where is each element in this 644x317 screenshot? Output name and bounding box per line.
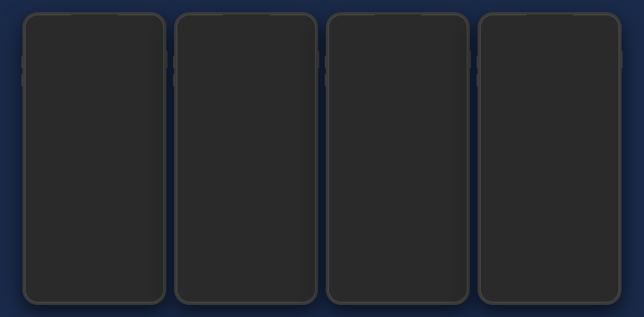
- gear-icon-1[interactable]: ⚙️: [32, 32, 40, 39]
- save-image-icon: [555, 251, 570, 266]
- share-copy[interactable]: Copy: [490, 251, 508, 271]
- home-indicator-2: [231, 299, 262, 300]
- reddit-btn[interactable]: r: [244, 92, 250, 97]
- svg-rect-9: [596, 225, 603, 228]
- site-name-3: 9TO5Mac: [70, 59, 91, 65]
- volume-buttons-3: [325, 56, 327, 87]
- stitching-label: Stitching: [85, 200, 103, 205]
- reload-icon-3: ↻: [70, 50, 73, 53]
- today-label-1: Today: [86, 30, 102, 36]
- airdrop-device: MacBook Pro: [499, 211, 516, 215]
- mini-status-3: 2:44 ▌▌WiFi■: [333, 45, 463, 49]
- ad-banners-1: EVERY Tradition STARTS FROM SCRATCH Hunt…: [29, 278, 160, 298]
- stitching-spinner: [92, 184, 97, 189]
- upload-icon[interactable]: ⬆️: [110, 139, 116, 144]
- bg-title-4: How to power the MacBook Pro with an eGP…: [487, 60, 612, 66]
- close-tab-btn[interactable]: ✕: [181, 31, 185, 37]
- today-label-3: Today: [390, 30, 406, 36]
- assign-contact-label: Assign to Contact: [585, 267, 609, 271]
- phone-4: 2:46 ▌▌▌ ■■■ ⚙️ Today 2:45 PM 🗑️ 2:44: [478, 12, 622, 305]
- fb-btn[interactable]: f: [203, 92, 209, 97]
- pinterest-btn[interactable]: P: [227, 92, 234, 97]
- status-bar-3: 2:45 ▌▌▌ ■■■: [328, 15, 467, 27]
- ad-text-1: EVERY: [44, 282, 57, 284]
- mini-more-3: ⋯: [459, 50, 461, 52]
- vol-down: [21, 74, 23, 87]
- add-notes-label: Add to Notes: [591, 239, 609, 243]
- airdrop-person[interactable]: Michael MacBook Pro: [487, 189, 527, 215]
- share-assign-contact[interactable]: Assign to Contact: [585, 251, 609, 271]
- mini-link-3: 🔗: [455, 50, 458, 52]
- article-body-2: As we reported earlier this morning, Nvi…: [182, 161, 310, 196]
- hero-fan-1: [213, 119, 233, 139]
- cancel-button[interactable]: Cancel: [485, 277, 614, 292]
- time-4: 2:46: [487, 20, 497, 26]
- lock-icon: 🔒: [47, 60, 51, 64]
- card-body-3: 9TO5Mac How to power the MacBook Pro wit…: [65, 56, 148, 138]
- reload-icon: ↻: [41, 61, 44, 65]
- bookmark-icon[interactable]: 🔖: [100, 139, 105, 144]
- gplus-btn[interactable]: G+: [217, 92, 226, 97]
- share-mail[interactable]: Mail: [524, 222, 542, 243]
- pepsi-brand: pepsi: [238, 270, 269, 278]
- address-bar-2[interactable]: 9to5mac.com: [189, 30, 293, 38]
- share-print[interactable]: Print: [522, 251, 540, 271]
- card-address-3: 🔒 9to5mac.com: [74, 48, 140, 57]
- phone-4-screen: 2:46 ▌▌▌ ■■■ ⚙️ Today 2:45 PM 🗑️ 2:44: [480, 15, 619, 302]
- share-row-2: Copy Print: [482, 247, 617, 275]
- trash-icon-1[interactable]: 🗑️: [149, 32, 157, 39]
- gear-icon-3[interactable]: ⚙️: [336, 32, 343, 39]
- slack-label: Slack: [562, 239, 570, 243]
- trash-icon-4[interactable]: 🗑️: [605, 32, 612, 39]
- time-subtitle-1: 2:45 PM: [86, 36, 102, 41]
- bg-article-4: 2:44 ▌▌WiFi■ ✕ 9to5mac.com 🔗 ⋯ 9TO5Mac H…: [484, 45, 615, 96]
- ad-2: Hunt'sDiced: [73, 278, 115, 296]
- back-arrow[interactable]: ‹: [94, 139, 95, 144]
- card-title-3: How to power the MacBook Pro with an eGP…: [70, 67, 144, 78]
- more-btn[interactable]: ⋯: [306, 31, 311, 37]
- wifi-3: [448, 21, 452, 25]
- pepsi-logo-3: [378, 143, 389, 154]
- svg-rect-20: [529, 259, 533, 262]
- linkedin-btn[interactable]: in: [235, 92, 243, 97]
- slack-s: S: [564, 226, 568, 234]
- battery-3: ■■■: [454, 21, 460, 25]
- ad-text-2: Hunt'sDiced: [88, 282, 101, 291]
- svg-point-21: [533, 258, 534, 259]
- share-message[interactable]: Message: [491, 222, 509, 243]
- trash-icon-3[interactable]: 🗑️: [453, 32, 460, 39]
- comments-btn[interactable]: Comments: [182, 92, 202, 97]
- link-btn[interactable]: 🔗: [296, 31, 303, 37]
- share-row-1: Message Mail S Slack: [482, 218, 617, 247]
- gear-icon-4[interactable]: ⚙️: [487, 32, 494, 39]
- share-add-notes[interactable]: Add to Notes: [591, 222, 609, 243]
- mini-comments-3: Comments: [337, 61, 349, 64]
- copy-icon: [491, 251, 506, 266]
- header-bar-3: ⚙️ Today 2:45 PM 🗑️: [328, 27, 467, 43]
- mini-body3-3: We plan on testing out these drivers on.…: [335, 120, 461, 125]
- ad-sub-1: STARTS FROM: [44, 288, 57, 290]
- article-link-2[interactable]: long-awaited Pascal beta drivers for the…: [182, 162, 307, 174]
- fan-3a: [78, 87, 96, 105]
- hackintosh-link[interactable]: Hackintosh: [182, 207, 203, 212]
- ad-1: EVERY Tradition STARTS FROM SCRATCH: [29, 278, 71, 296]
- share-button-3[interactable]: Share: [335, 125, 461, 136]
- card-image-3: EVGA: [69, 77, 144, 116]
- airdrop-section: Tap to share with AirDrop: [482, 180, 617, 218]
- svg-point-4: [502, 198, 513, 205]
- card-front[interactable]: ↻ 🔒 9to5mac.com ⋯ 9TO5Mac How to power t…: [64, 47, 148, 160]
- slack-icon: S: [559, 222, 574, 237]
- home-indicator-3: [382, 299, 413, 300]
- twitter-handle-2[interactable]: @JeffBenjam: [246, 85, 266, 89]
- message-label: Message: [493, 239, 506, 243]
- vol-up: [21, 56, 23, 69]
- twitter-btn[interactable]: t: [210, 92, 216, 97]
- card-excerpt-3: As we reported earlier this morning, Nvi…: [68, 115, 142, 135]
- share-slack[interactable]: S Slack: [557, 222, 575, 243]
- vol-down-4: [477, 74, 479, 87]
- author-2: Jeff Benjamin: [182, 85, 202, 89]
- share-save-image[interactable]: Save Image: [553, 251, 571, 271]
- mini-content-3: 9TO5Mac Comments f G+ How to power the M…: [333, 53, 463, 138]
- svg-point-6: [508, 194, 509, 195]
- mini-browser-bar-3: ✕ 9to5mac.com 🔗 ⋯: [333, 49, 463, 53]
